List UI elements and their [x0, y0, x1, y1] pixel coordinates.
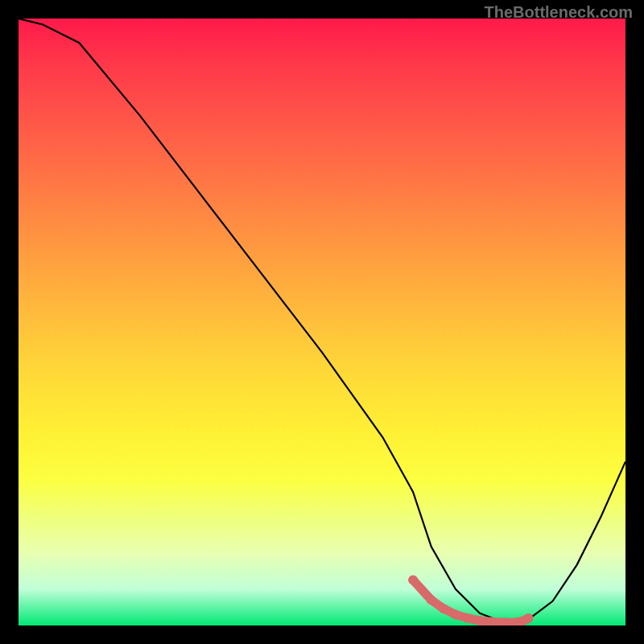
marker-group [408, 576, 533, 626]
marker-point [475, 616, 485, 625]
watermark-text: TheBottleneck.com [485, 3, 633, 22]
marker-point [451, 609, 460, 619]
marker-point [523, 613, 533, 623]
marker-point [427, 595, 436, 605]
marker-point [408, 576, 418, 585]
plot-area [19, 19, 625, 625]
marker-point [463, 613, 473, 623]
chart-svg [19, 19, 625, 625]
marker-point [439, 604, 448, 613]
curve-line [19, 19, 625, 622]
